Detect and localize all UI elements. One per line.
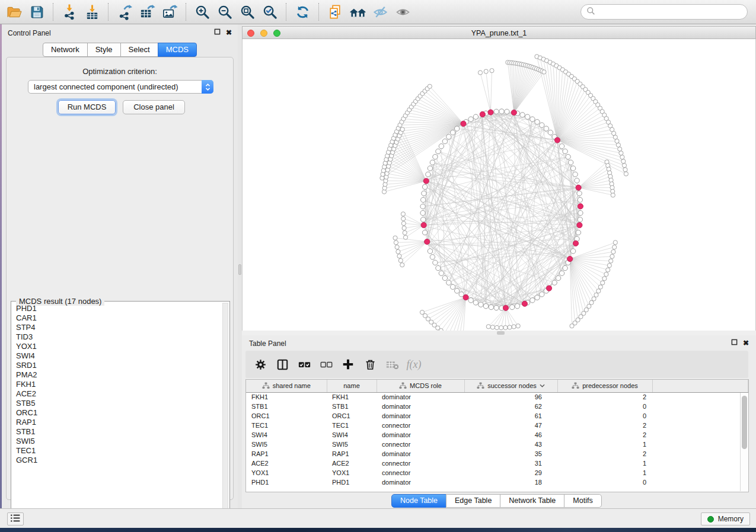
memory-label: Memory [718,515,744,523]
columns-icon[interactable] [275,357,290,372]
search-icon [586,7,595,17]
float-panel-icon[interactable] [214,28,221,37]
control-panel-title: Control Panel [8,29,51,37]
column-header[interactable]: successor nodes [464,380,557,392]
add-row-icon[interactable] [340,357,356,372]
run-mcds-button[interactable]: Run MCDS [58,100,116,114]
dropdown-selected-value: largest connected component (undirected) [28,82,202,91]
first-neighbors-icon[interactable] [348,2,367,21]
settings-icon[interactable] [253,357,268,372]
table-row[interactable]: STB1STB1dominator620 [246,402,748,411]
mcds-result-item[interactable]: RAP1 [16,418,221,427]
network-window-titlebar[interactable]: YPA_prune.txt_1 [242,26,756,39]
delete-row-icon[interactable] [362,357,378,372]
select-all-icon[interactable] [296,357,312,372]
mcds-result-item[interactable]: YOX1 [16,342,221,351]
search-field[interactable] [580,4,748,20]
mcds-result-item[interactable]: ORC1 [16,408,221,418]
scrollbar-thumb[interactable] [742,396,747,449]
tab-network-table[interactable]: Network Table [500,494,564,508]
apply-function-icon: f(x) [406,357,422,372]
tab-edge-table[interactable]: Edge Table [446,494,500,508]
mcds-result-item[interactable]: ACE2 [16,389,221,399]
table-row[interactable]: TEC1TEC1connector472 [246,421,748,430]
tab-select[interactable]: Select [120,43,158,57]
mcds-result-item[interactable]: FKH1 [16,380,221,389]
close-panel-icon[interactable]: ✖ [743,339,749,347]
show-panels-button[interactable] [7,512,24,525]
table-row[interactable]: RAP1RAP1dominator352 [246,449,748,459]
network-graph[interactable] [243,39,756,331]
mcds-result-list: PHD1CAR1STP4TID3YOX1SWI4SRD1PMA2FKH1ACE2… [11,304,221,520]
mcds-list-scrollbar[interactable] [222,303,228,520]
tab-motifs[interactable]: Motifs [564,494,601,508]
horizontal-splitter[interactable] [242,331,756,335]
mcds-result-item[interactable]: PHD1 [16,304,221,313]
show-all-icon[interactable] [393,2,412,21]
mcds-result-item[interactable]: STP4 [16,323,221,332]
mcds-result-item[interactable]: TID3 [16,332,221,342]
network-and-table-region: YPA_prune.txt_1 Table Panel ✖ f(x) share… [242,24,756,508]
import-network-icon[interactable] [60,2,79,21]
tab-mcds[interactable]: MCDS [158,43,197,57]
control-panel: Control Panel ✖ NetworkStyleSelectMCDS O… [2,24,238,508]
network-window-title: YPA_prune.txt_1 [243,29,755,37]
table-row[interactable]: YOX1YOX1connector291 [246,468,748,477]
zoom-out-icon[interactable] [215,2,234,21]
hide-selected-icon[interactable] [371,2,390,21]
control-panel-header: Control Panel ✖ [2,24,238,40]
mcds-result-item[interactable]: STB1 [16,427,221,437]
table-row[interactable]: FKH1FKH1dominator962 [246,392,748,402]
optimization-criterion-dropdown[interactable]: largest connected component (undirected) [28,80,213,94]
splitter-handle[interactable] [497,331,505,335]
mcds-result-box: MCDS result (17 nodes) PHD1CAR1STP4TID3Y… [11,301,230,521]
refresh-layout-icon[interactable] [293,2,312,21]
memory-status-icon [707,516,714,523]
open-session-icon[interactable] [5,2,24,21]
table-row[interactable]: PHD1PHD1dominator180 [246,477,748,487]
import-table-icon[interactable] [82,2,101,21]
close-panel-icon[interactable]: ✖ [226,29,232,36]
tab-node-table[interactable]: Node Table [391,494,446,508]
export-network-icon[interactable] [115,2,134,21]
mcds-result-item[interactable]: SRD1 [16,361,221,370]
table-scrollbar[interactable] [740,393,748,491]
table-row[interactable]: ORC1ORC1dominator610 [246,411,748,421]
table-row[interactable]: ACE2ACE2connector311 [246,459,748,468]
zoom-fit-icon[interactable] [238,2,257,21]
copy-view-icon[interactable] [326,2,344,21]
zoom-in-icon[interactable] [193,2,212,21]
mcds-tab-content: Optimization criterion: largest connecte… [6,57,234,500]
export-table-icon[interactable] [138,2,157,21]
mcds-result-item[interactable]: SWI5 [16,437,221,446]
mcds-result-item[interactable]: SWI4 [16,351,221,361]
export-image-icon[interactable] [160,2,179,21]
table-row[interactable]: SWI4SWI4dominator462 [246,430,748,440]
tab-network[interactable]: Network [43,43,88,57]
float-panel-icon[interactable] [731,339,738,347]
save-session-icon[interactable] [27,2,46,21]
search-input[interactable] [599,6,747,18]
column-header[interactable]: shared name [246,380,327,392]
deselect-all-icon[interactable] [318,357,334,372]
network-view-canvas[interactable] [242,39,756,331]
mcds-result-item[interactable]: STB5 [16,399,221,408]
table-toolbar: f(x) [245,351,748,378]
tab-style[interactable]: Style [87,43,121,57]
memory-button[interactable]: Memory [701,512,750,525]
dropdown-stepper-icon [202,80,213,94]
close-panel-button[interactable]: Close panel [123,100,185,114]
optimization-criterion-label: Optimization criterion: [7,67,233,76]
column-header[interactable]: MCDS role [377,380,464,392]
mcds-result-item[interactable]: PMA2 [16,370,221,380]
column-header[interactable]: name [327,380,377,392]
mcds-result-item[interactable]: TEC1 [16,446,221,456]
vertical-splitter[interactable] [238,24,242,508]
mcds-result-item[interactable]: GCR1 [16,456,221,465]
table-row[interactable]: SWI5SWI5connector431 [246,440,748,449]
splitter-handle[interactable] [238,264,241,275]
zoom-selected-icon[interactable] [260,2,279,21]
mcds-result-item[interactable]: CAR1 [16,313,221,323]
column-header[interactable]: predecessor nodes [557,380,652,392]
delete-table-icon [384,357,400,372]
